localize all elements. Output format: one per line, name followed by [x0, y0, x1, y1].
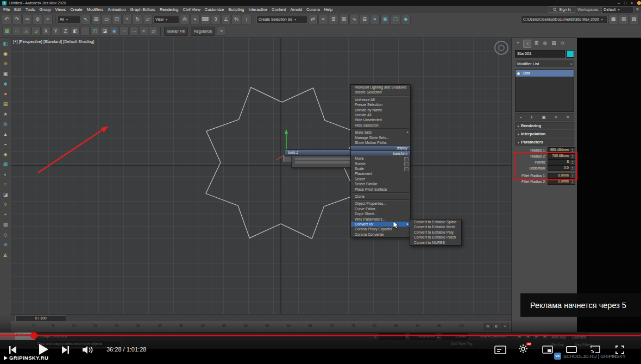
project-folder-icon[interactable]: ▥	[619, 15, 629, 24]
axis-y-icon[interactable]: Y	[51, 27, 60, 36]
quad-menu-item[interactable]: Clone	[351, 194, 410, 199]
quad-menu-item[interactable]: Move	[351, 156, 410, 161]
viewport-canvas[interactable]: [+] [Perspective] [Standard] [Default Sh…	[11, 38, 511, 314]
align-icon[interactable]: ≡	[318, 15, 328, 24]
pin-stack-icon[interactable]: ▪	[520, 114, 522, 120]
quad-menu-item[interactable]: Select Similar	[351, 181, 410, 186]
select-and-move-icon[interactable]: +	[122, 15, 132, 24]
make-unique-icon[interactable]: ▣	[542, 114, 545, 120]
named-selection-sets-field[interactable]: Create Selection Se	[256, 16, 307, 23]
left-toolbar-icon[interactable]: ◊	[2, 200, 9, 208]
parameter-input[interactable]: 985.484mm	[548, 147, 570, 153]
snap-midpoint-icon[interactable]: ◬	[22, 27, 31, 36]
select-and-manipulate-icon[interactable]: ⌖	[190, 15, 200, 24]
select-object-icon[interactable]: ↖	[81, 15, 91, 24]
selection-filter-dropdown[interactable]: All	[58, 16, 80, 23]
parameter-input[interactable]: 760.68mm	[548, 153, 570, 159]
use-pivot-point-icon[interactable]: ◎	[180, 15, 190, 24]
menubar-item[interactable]: Civil View	[180, 6, 202, 13]
left-toolbar-icon[interactable]: ◍	[2, 120, 9, 128]
quad-tool-icon[interactable]: ▱	[149, 27, 158, 36]
maximize-button[interactable]: □	[622, 1, 629, 5]
left-toolbar-icon[interactable]: ▲	[2, 130, 9, 138]
quad-menu-item[interactable]: Unhide All	[351, 112, 410, 117]
workspace-layout-icon[interactable]: ▦	[608, 15, 618, 24]
previous-video-button[interactable]	[8, 344, 18, 355]
settings-button[interactable]: HD	[518, 344, 528, 356]
axis-x-icon[interactable]: X	[41, 27, 51, 36]
axis-z-icon[interactable]: Z	[61, 27, 70, 36]
menubar-item[interactable]: Corona	[304, 6, 322, 13]
quad-menu-item[interactable]: State Sets	[351, 130, 410, 135]
left-toolbar-icon[interactable]: ◇	[2, 231, 9, 239]
left-toolbar-icon[interactable]: ▧	[2, 221, 9, 228]
snaps-toggle-icon[interactable]: 3	[211, 15, 221, 24]
bind-to-space-warp-icon[interactable]: ≈	[43, 15, 53, 24]
menubar-item[interactable]: Tools	[23, 6, 37, 13]
quad-menu-item[interactable]: Placement	[351, 171, 410, 176]
keyboard-shortcut-override-icon[interactable]: ⌨	[200, 15, 210, 24]
left-toolbar-icon[interactable]: ◭	[2, 251, 9, 259]
undo-icon[interactable]: ↶	[2, 15, 11, 24]
select-and-link-icon[interactable]: ∞	[22, 15, 32, 24]
parameter-input[interactable]: 0.0mm	[548, 179, 570, 185]
notification-dot-icon[interactable]	[637, 1, 641, 5]
left-toolbar-icon[interactable]: ◉	[2, 50, 9, 58]
subtitles-button[interactable]	[494, 346, 506, 354]
y-coordinate-field[interactable]: 90.809mm	[410, 333, 436, 340]
menubar-item[interactable]: Help	[322, 6, 335, 13]
spinner-snap-icon[interactable]: ↕	[242, 15, 252, 24]
menubar-item[interactable]: Animation	[105, 6, 128, 13]
left-toolbar-icon[interactable]: ◪	[2, 191, 9, 198]
menubar-item[interactable]: Interactive	[246, 6, 269, 13]
left-toolbar-icon[interactable]: ▦	[2, 160, 9, 168]
reference-coordinate-dropdown[interactable]: View	[153, 16, 179, 23]
previous-frame-button[interactable]: ◀	[524, 333, 532, 340]
menubar-item[interactable]: Content	[269, 6, 288, 13]
curve-editor-icon[interactable]: ∿	[349, 15, 359, 24]
snap-vertex-icon[interactable]: ∴	[12, 27, 21, 36]
remove-modifier-icon[interactable]: ×	[555, 114, 557, 120]
object-name-field[interactable]: Star001	[515, 50, 565, 58]
quad-menu-item[interactable]: Select	[351, 177, 410, 181]
quad-center-handle[interactable]	[285, 156, 292, 163]
ribbon-icon[interactable]: ▥	[339, 15, 349, 24]
modifier-list-dropdown[interactable]: Modifier List	[515, 60, 574, 67]
quad-menu-item[interactable]: Unhide by Name	[351, 108, 410, 112]
hierarchy-tab-icon[interactable]: ⊞	[533, 40, 540, 47]
menubar-item[interactable]: Modifiers	[85, 6, 105, 13]
select-by-name-icon[interactable]: ▤	[91, 15, 101, 24]
left-toolbar-icon[interactable]: ★	[2, 110, 9, 118]
go-to-end-button[interactable]: ▶|	[541, 333, 549, 340]
snap-grid-icon[interactable]: ▦	[2, 27, 11, 36]
quad-menu-item[interactable]: Hide Selection	[351, 123, 410, 128]
asset-library-icon[interactable]: ▧	[629, 15, 639, 24]
add-time-tag[interactable]: Add Time Tag	[451, 342, 473, 346]
rendered-frame-icon[interactable]: ▢	[391, 15, 400, 24]
menubar-item[interactable]: File	[1, 6, 12, 13]
quad-menu-item[interactable]: Curve Editor...	[351, 206, 410, 211]
menubar-item[interactable]: Edit	[12, 6, 23, 13]
left-toolbar-icon[interactable]: ○	[2, 180, 9, 188]
axis-plane-icon[interactable]: ◧	[71, 27, 80, 36]
menubar-item[interactable]: Scripting	[226, 6, 246, 13]
percent-snap-icon[interactable]: %	[231, 15, 241, 24]
chamfer-tool-icon[interactable]: ◪	[100, 27, 109, 36]
border-fill-button[interactable]: Border Fill	[164, 27, 188, 36]
angle-snap-icon[interactable]: ∠	[221, 15, 231, 24]
quad-menu-item[interactable]: Viewport Lighting and Shadows	[351, 85, 410, 90]
boolean-tool-icon[interactable]: ◉	[110, 27, 119, 36]
motion-tab-icon[interactable]: ◎	[542, 40, 549, 47]
snap-edge-icon[interactable]: ⊿	[32, 27, 41, 36]
quad-menu-item[interactable]: Convert To:	[351, 222, 410, 227]
left-toolbar-icon[interactable]: ◆	[2, 80, 9, 87]
left-toolbar-icon[interactable]: ●	[2, 90, 9, 98]
left-toolbar-icon[interactable]: ◓	[2, 211, 9, 218]
submenu-item[interactable]: Convert to Editable Patch	[410, 235, 461, 240]
workspace-dropdown[interactable]: Default	[601, 6, 634, 14]
sign-in-button[interactable]: Sign In	[549, 7, 575, 13]
left-toolbar-icon[interactable]: ▤	[2, 100, 9, 108]
go-to-start-button[interactable]: |◀	[515, 333, 523, 340]
modifier-stack-item[interactable]: Star	[516, 70, 574, 77]
material-editor-icon[interactable]: ●	[370, 15, 380, 24]
